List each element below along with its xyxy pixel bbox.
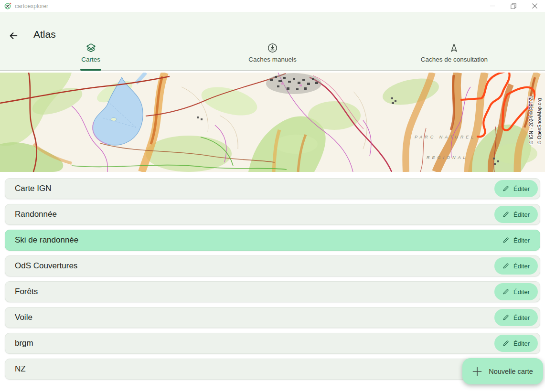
- page-title: Atlas: [33, 29, 56, 40]
- map-list-item[interactable]: NZ Éditer: [5, 359, 540, 380]
- tab-bar: Cartes Caches manuels Caches de consulta…: [0, 40, 545, 70]
- edit-button-label: Éditer: [513, 237, 530, 244]
- new-map-button[interactable]: Nouvelle carte: [462, 358, 543, 384]
- topo-map-image: PARC NATUREL REGIONAL © IGN - 2024 © PET…: [0, 73, 545, 172]
- minimize-button[interactable]: [482, 0, 503, 12]
- edit-button[interactable]: Éditer: [494, 180, 538, 197]
- window-controls: [482, 0, 545, 12]
- edit-button-label: Éditer: [513, 263, 530, 270]
- active-tab-indicator: [80, 69, 101, 71]
- map-name-label: NZ: [15, 359, 26, 379]
- pencil-icon: [502, 314, 509, 321]
- edit-button[interactable]: Éditer: [494, 283, 538, 300]
- tab-cartes[interactable]: Cartes: [0, 40, 182, 70]
- pencil-icon: [502, 211, 509, 218]
- edit-button[interactable]: Éditer: [494, 335, 538, 352]
- edit-button-label: Éditer: [513, 211, 530, 218]
- map-credit-opensnowmap: © OpenSnowMap.org: [537, 98, 542, 144]
- map-list-item[interactable]: brgm Éditer: [5, 333, 540, 354]
- pencil-icon: [502, 237, 509, 244]
- map-list-item[interactable]: Randonnée Éditer: [5, 204, 540, 225]
- map-name-label: Voile: [15, 307, 32, 328]
- map-name-label: Randonnée: [15, 204, 57, 224]
- tab-caches-manuels[interactable]: Caches manuels: [182, 40, 363, 70]
- app-logo-icon: [4, 2, 11, 10]
- map-label-parc-naturel: PARC NATUREL: [415, 135, 476, 139]
- edit-button-label: Éditer: [513, 314, 530, 321]
- edit-button-label: Éditer: [513, 288, 530, 296]
- map-label-regional: REGIONAL: [427, 155, 468, 160]
- window-title: cartoexplorer: [15, 3, 482, 10]
- tab-caches-consultation[interactable]: Caches de consultation: [363, 40, 545, 70]
- tab-label: Cartes: [81, 56, 100, 63]
- plus-icon: [472, 367, 482, 376]
- edit-button[interactable]: Éditer: [494, 309, 538, 326]
- new-map-button-label: Nouvelle carte: [489, 368, 533, 375]
- map-list: Carte IGN Éditer Randonnée Éditer Ski de…: [0, 178, 545, 384]
- map-list-item[interactable]: Carte IGN Éditer: [5, 178, 540, 199]
- pencil-icon: [502, 340, 509, 347]
- pencil-icon: [502, 288, 509, 295]
- edit-button-label: Éditer: [513, 340, 530, 347]
- edit-button[interactable]: Éditer: [494, 257, 538, 275]
- edit-button[interactable]: Éditer: [494, 232, 538, 249]
- map-name-label: Ski de randonnée: [15, 230, 78, 250]
- pencil-icon: [502, 185, 509, 192]
- map-name-label: brgm: [15, 333, 33, 353]
- edit-button-label: Éditer: [513, 185, 530, 192]
- map-preview[interactable]: PARC NATUREL REGIONAL © IGN - 2024 © PET…: [0, 73, 545, 172]
- tab-label: Caches manuels: [248, 56, 297, 63]
- map-name-label: Carte IGN: [15, 179, 52, 199]
- restore-button[interactable]: [503, 0, 524, 12]
- map-name-label: OdS Couvertures: [15, 256, 77, 276]
- map-list-item[interactable]: Forêts Éditer: [5, 281, 540, 302]
- page-header: Atlas Cartes Caches manuels: [0, 12, 545, 71]
- map-name-label: Forêts: [15, 282, 38, 302]
- layers-icon: [85, 42, 96, 54]
- tab-label: Caches de consultation: [421, 56, 488, 63]
- map-list-item[interactable]: Voile Éditer: [5, 307, 540, 328]
- navigation-arrow-icon: [449, 42, 460, 54]
- close-button[interactable]: [524, 0, 545, 12]
- map-credit-ign: © IGN - 2024 © PETZL: [529, 95, 534, 144]
- map-list-item[interactable]: Ski de randonnée Éditer: [5, 230, 540, 251]
- edit-button[interactable]: Éditer: [494, 206, 538, 223]
- pencil-icon: [502, 263, 509, 269]
- window-titlebar: cartoexplorer: [0, 0, 545, 12]
- download-icon: [267, 42, 278, 54]
- map-list-item[interactable]: OdS Couvertures Éditer: [5, 255, 540, 276]
